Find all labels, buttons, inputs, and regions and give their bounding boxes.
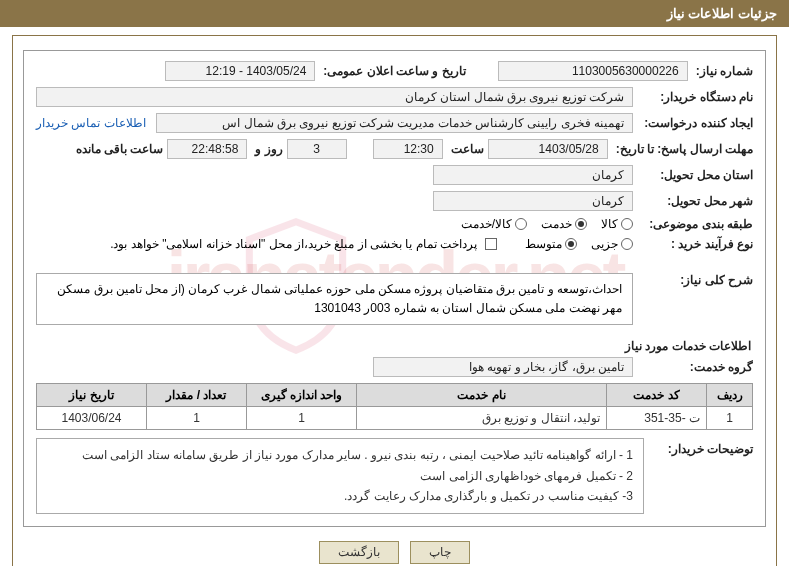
time-word-label: ساعت [451,142,484,156]
radio-khedmat-label: خدمت [541,217,572,231]
cell-date: 1403/06/24 [37,407,147,430]
cell-code: ت -35-351 [607,407,707,430]
th-unit: واحد اندازه گیری [247,384,357,407]
buyer-org-label: نام دستگاه خریدار: [641,90,753,104]
requester-value: تهمینه فخری رایینی کارشناس خدمات مدیریت … [156,113,633,133]
note-line-3: 3- کیفیت مناسب در تکمیل و بارگذاری مدارک… [47,486,633,506]
remaining-time-value: 22:48:58 [167,139,247,159]
province-value: کرمان [433,165,633,185]
city-value: کرمان [433,191,633,211]
treasury-checkbox[interactable] [485,238,497,250]
radio-jozi[interactable] [621,238,633,250]
cell-row: 1 [707,407,753,430]
page-title: جزئیات اطلاعات نیاز [0,0,789,27]
need-number-label: شماره نیاز: [696,64,753,78]
days-and-label: روز و [255,142,282,156]
cell-unit: 1 [247,407,357,430]
service-group-value: تامین برق، گاز، بخار و تهویه هوا [373,357,633,377]
table-row: 1 ت -35-351 تولید، انتقال و توزیع برق 1 … [37,407,753,430]
remaining-label: ساعت باقی مانده [76,142,164,156]
cell-name: تولید، انتقال و توزیع برق [357,407,607,430]
radio-kalakhedmat[interactable] [515,218,527,230]
province-label: استان محل تحویل: [641,168,753,182]
back-button[interactable]: بازگشت [319,541,399,564]
services-table: ردیف کد خدمت نام خدمت واحد اندازه گیری ت… [36,383,753,430]
button-row: چاپ بازگشت [23,533,766,564]
buyer-org-value: شرکت توزیع نیروی برق شمال استان کرمان [36,87,633,107]
deadline-date-value: 1403/05/28 [488,139,608,159]
main-frame: iranatender.net شماره نیاز: 110300563000… [12,35,777,566]
radio-motavaset-label: متوسط [525,237,562,251]
cell-qty: 1 [147,407,247,430]
th-date: تاریخ نیاز [37,384,147,407]
radio-motavaset[interactable] [565,238,577,250]
service-group-label: گروه خدمت: [641,360,753,374]
process-type-label: نوع فرآیند خرید : [641,237,753,251]
radio-khedmat[interactable] [575,218,587,230]
city-label: شهر محل تحویل: [641,194,753,208]
th-qty: تعداد / مقدار [147,384,247,407]
radio-kalakhedmat-label: کالا/خدمت [461,217,512,231]
radio-jozi-label: جزیی [591,237,618,251]
th-row: ردیف [707,384,753,407]
general-desc-value: احداث،توسعه و تامین برق متقاضیان پروژه م… [36,273,633,325]
note-line-2: 2 - تکمیل فرمهای خوداظهاری الزامی است [47,466,633,486]
buyer-notes-label: توضیحات خریدار: [648,442,753,456]
remaining-days-value: 3 [287,139,347,159]
deadline-label: مهلت ارسال پاسخ: تا تاریخ: [616,142,753,156]
announce-datetime-label: تاریخ و ساعت اعلان عمومی: [323,64,465,78]
services-info-heading: اطلاعات خدمات مورد نیاز [38,339,751,353]
treasury-note-text: پرداخت تمام یا بخشی از مبلغ خرید،از محل … [110,237,477,251]
radio-kala[interactable] [621,218,633,230]
print-button[interactable]: چاپ [410,541,470,564]
radio-kala-label: کالا [601,217,618,231]
deadline-time-value: 12:30 [373,139,443,159]
need-number-value: 1103005630000226 [498,61,688,81]
general-desc-label: شرح کلی نیاز: [641,273,753,287]
subject-class-radio-group: کالا خدمت کالا/خدمت [461,217,633,231]
announce-datetime-value: 1403/05/24 - 12:19 [165,61,315,81]
subject-class-label: طبقه بندی موضوعی: [641,217,753,231]
note-line-1: 1 - ارائه گواهینامه تائید صلاحیت ایمنی ،… [47,445,633,465]
th-code: کد خدمت [607,384,707,407]
details-panel: شماره نیاز: 1103005630000226 تاریخ و ساع… [23,50,766,527]
requester-label: ایجاد کننده درخواست: [641,116,753,130]
th-name: نام خدمت [357,384,607,407]
buyer-contact-link[interactable]: اطلاعات تماس خریدار [36,116,146,130]
buyer-notes-box: 1 - ارائه گواهینامه تائید صلاحیت ایمنی ،… [36,438,644,513]
process-type-radio-group: جزیی متوسط [525,237,633,251]
